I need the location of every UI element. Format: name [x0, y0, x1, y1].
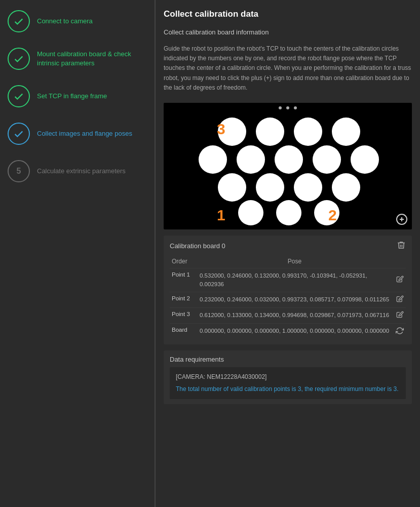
step-circle-5: 5 — [8, 160, 30, 182]
action-cell — [392, 308, 406, 324]
data-requirements-card: Data requirements [CAMERA: NEM12228A4030… — [164, 350, 412, 404]
sidebar-item-label-2: Mount calibration board & check intrinsi… — [37, 50, 147, 68]
delete-board-button[interactable] — [397, 241, 406, 252]
svg-point-6 — [237, 145, 265, 174]
step-circle-1 — [8, 10, 30, 32]
svg-point-8 — [313, 145, 341, 174]
description-text: Guide the robot to position the robot's … — [164, 44, 412, 93]
action-cell — [392, 268, 406, 292]
table-row: Point 20.232000, 0.246000, 0.032000, 0.9… — [170, 292, 406, 308]
step-number-5: 5 — [17, 167, 21, 176]
svg-point-21 — [286, 106, 289, 109]
edit-point-button[interactable] — [396, 276, 404, 285]
board-header: Calibration board 0 — [170, 241, 406, 252]
pose-cell: 0.612000, 0.133000, 0.134000, 0.994698, … — [198, 308, 392, 324]
calibration-circles-svg: 3 1 2 — [181, 104, 394, 228]
step-circle-3 — [8, 85, 30, 107]
sidebar-item-label-5: Calculate extrinsic parameters — [37, 167, 126, 176]
svg-point-22 — [294, 106, 297, 109]
svg-point-13 — [332, 173, 360, 202]
svg-point-15 — [276, 200, 301, 225]
svg-text:1: 1 — [217, 207, 225, 223]
edit-point-button[interactable] — [396, 311, 404, 320]
step-circle-4 — [8, 123, 30, 145]
sidebar-item-set-tcp[interactable]: Set TCP in flange frame — [8, 85, 147, 107]
calibration-board-card: Calibration board 0 Order Pose — [164, 236, 412, 345]
main-content: Collect calibration data Collect calibra… — [156, 0, 420, 507]
order-col-header: Order — [170, 256, 198, 268]
table-row: Board0.000000, 0.000000, 0.000000, 1.000… — [170, 324, 406, 340]
svg-point-4 — [332, 118, 360, 146]
svg-point-5 — [199, 145, 227, 174]
pose-cell: 0.532000, 0.246000, 0.132000, 0.993170, … — [198, 268, 392, 292]
data-req-message-text: The total number of valid calibration po… — [176, 385, 399, 393]
svg-text:2: 2 — [328, 207, 337, 223]
sidebar-item-calculate-extrinsic[interactable]: 5 Calculate extrinsic parameters — [8, 160, 147, 182]
sidebar-item-label-4: Collect images and flange poses — [37, 129, 132, 138]
svg-point-14 — [238, 200, 263, 225]
svg-point-10 — [218, 173, 246, 202]
edit-point-button[interactable] — [396, 295, 404, 304]
svg-point-3 — [294, 118, 322, 146]
svg-point-9 — [351, 145, 379, 174]
refresh-board-button[interactable] — [396, 327, 404, 336]
table-row: Point 30.612000, 0.133000, 0.134000, 0.9… — [170, 308, 406, 324]
action-cell — [392, 324, 406, 340]
order-cell: Point 1 — [170, 268, 198, 292]
calibration-image-inner: 3 1 2 — [164, 103, 412, 229]
calibration-image-area: 3 1 2 — [164, 103, 412, 229]
pose-cell: 0.232000, 0.246000, 0.032000, 0.993723, … — [198, 292, 392, 308]
svg-text:3: 3 — [217, 121, 225, 137]
svg-point-20 — [279, 106, 282, 109]
svg-point-7 — [275, 145, 303, 174]
sidebar-item-label-1: Connect to camera — [37, 17, 93, 26]
svg-point-11 — [256, 173, 284, 202]
table-row: Point 10.532000, 0.246000, 0.132000, 0.9… — [170, 268, 406, 292]
sidebar: Connect to camera Mount calibration boar… — [0, 0, 155, 507]
board-title: Calibration board 0 — [170, 242, 225, 250]
data-req-message: The total number of valid calibration po… — [176, 384, 400, 394]
page-title: Collect calibration data — [164, 9, 412, 19]
sidebar-item-label-3: Set TCP in flange frame — [37, 92, 107, 101]
order-cell: Point 3 — [170, 308, 198, 324]
svg-point-12 — [294, 173, 322, 202]
sidebar-item-mount-calibration[interactable]: Mount calibration board & check intrinsi… — [8, 48, 147, 70]
sidebar-item-collect-images[interactable]: Collect images and flange poses — [8, 123, 147, 145]
pose-col-header: Pose — [198, 256, 392, 268]
camera-id-text: [CAMERA: NEM12228A4030002] — [176, 372, 400, 382]
order-cell: Board — [170, 324, 198, 340]
add-board-button[interactable] — [395, 212, 409, 226]
section-title: Collect calibration board information — [164, 28, 412, 36]
action-cell — [392, 292, 406, 308]
data-req-title: Data requirements — [170, 356, 406, 363]
data-req-inner: [CAMERA: NEM12228A4030002] The total num… — [170, 367, 406, 399]
pose-cell: 0.000000, 0.000000, 0.000000, 1.000000, … — [198, 324, 392, 340]
calibration-table: Order Pose Point 10.532000, 0.246000, 0.… — [170, 256, 406, 340]
step-circle-2 — [8, 48, 30, 70]
sidebar-item-connect-camera[interactable]: Connect to camera — [8, 10, 147, 32]
svg-point-2 — [256, 118, 284, 146]
order-cell: Point 2 — [170, 292, 198, 308]
